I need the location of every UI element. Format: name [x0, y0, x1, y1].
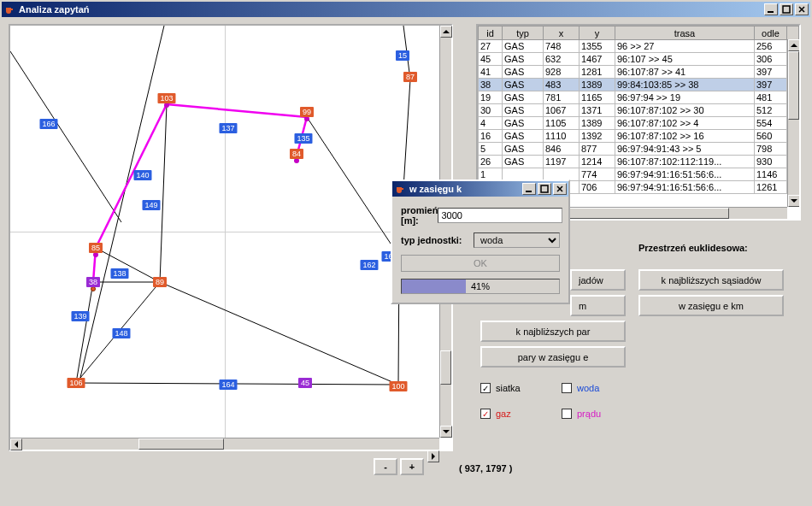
- btn-label: m: [579, 301, 586, 311]
- zoom-in-button[interactable]: +: [400, 458, 424, 475]
- scroll-up-button[interactable]: [440, 26, 452, 38]
- col-trasa[interactable]: trasa: [615, 26, 755, 40]
- main-panel: 1661031379913584149140851388938139148106…: [2, 17, 810, 504]
- window-title: Analiza zapytań: [19, 4, 762, 15]
- table-row[interactable]: 16GAS1110139296:107:87:102 >> 16560: [479, 130, 799, 143]
- table-row[interactable]: 27GAS748135596 >> 27256: [479, 40, 799, 53]
- table-scroll-right[interactable]: [775, 220, 787, 221]
- cell-d: 930: [755, 156, 787, 168]
- node-label-100[interactable]: 100: [389, 381, 407, 391]
- cell-d: 256: [755, 40, 787, 53]
- minimize-button[interactable]: [764, 3, 778, 15]
- svg-line-15: [167, 104, 307, 117]
- dialog-maximize[interactable]: [538, 183, 551, 195]
- svg-line-4: [160, 104, 167, 282]
- cell-d: 560: [755, 130, 787, 143]
- col-typ[interactable]: typ: [503, 26, 544, 40]
- btn-network-range-partial[interactable]: m: [570, 295, 626, 316]
- node-label-84[interactable]: 84: [290, 149, 303, 159]
- node-label-149[interactable]: 149: [142, 200, 160, 210]
- unit-type-select[interactable]: woda: [474, 232, 560, 248]
- cell-x: 1105: [544, 117, 580, 130]
- table-row[interactable]: 41GAS928128196:107:87 >> 41397: [479, 66, 799, 79]
- cell-id: 41: [479, 66, 503, 79]
- node-label-140[interactable]: 140: [133, 170, 151, 180]
- node-label-15[interactable]: 15: [396, 50, 409, 61]
- btn-euclid-range-km[interactable]: w zasięgu e km: [638, 295, 784, 316]
- cell-trasa: 96:97:94:91:43 >> 5: [615, 143, 755, 156]
- hscroll-thumb[interactable]: [138, 438, 224, 450]
- cell-x: 1197: [544, 156, 580, 168]
- canvas-hscroll[interactable]: [10, 438, 439, 450]
- graph-edges: [10, 26, 439, 438]
- btn-k-closest-pairs[interactable]: k najbliższych par: [480, 321, 626, 342]
- zoom-out-button[interactable]: -: [374, 458, 397, 475]
- scroll-left-button[interactable]: [10, 438, 22, 450]
- ok-button[interactable]: OK: [401, 255, 560, 272]
- node-label-139[interactable]: 139: [71, 311, 89, 321]
- table-row[interactable]: 4GAS1105138996:107:87:102 >> 4554: [479, 117, 799, 130]
- maximize-button[interactable]: [780, 3, 793, 15]
- table-row[interactable]: 5GAS84687796:97:94:91:43 >> 5798: [479, 143, 799, 156]
- space-heading: Przestrzeń euklidesowa:: [638, 243, 748, 253]
- table-scroll-down[interactable]: [788, 195, 800, 207]
- cell-id: 27: [479, 40, 503, 53]
- btn-label: k najbliższych par: [516, 327, 591, 337]
- table-scroll-up[interactable]: [788, 39, 800, 51]
- node-label-38[interactable]: 38: [86, 277, 100, 287]
- cell-typ: GAS: [503, 40, 544, 53]
- col-x[interactable]: x: [544, 26, 580, 40]
- scroll-down-button[interactable]: [440, 426, 452, 438]
- node-label-166[interactable]: 166: [39, 119, 57, 129]
- cell-trasa: 96:107 >> 45: [615, 53, 755, 66]
- node-label-89[interactable]: 89: [153, 277, 167, 287]
- check-pradu[interactable]: prądu: [562, 409, 601, 419]
- cell-x: 632: [544, 53, 580, 66]
- cell-y: 1355: [580, 40, 615, 53]
- node-label-135[interactable]: 135: [294, 133, 312, 144]
- btn-euclid-k-neighbors[interactable]: k najbliższych sąsiadów: [638, 269, 784, 291]
- node-label-148[interactable]: 148: [112, 328, 130, 338]
- node-label-162[interactable]: 162: [360, 260, 378, 270]
- node-label-99[interactable]: 99: [300, 107, 314, 117]
- check-woda[interactable]: woda: [562, 383, 599, 393]
- check-siatka[interactable]: ✓ siatka: [480, 383, 521, 393]
- table-vscroll-thumb[interactable]: [788, 51, 799, 120]
- cell-x: 1110: [544, 130, 580, 143]
- col-id[interactable]: id: [479, 26, 503, 40]
- cell-trasa: 96:107:87:102:112:119...: [615, 156, 755, 168]
- table[interactable]: idtypxytrasaodle 27GAS748135596 >> 27256…: [478, 26, 799, 194]
- svg-line-11: [76, 383, 398, 385]
- radius-input[interactable]: [438, 208, 562, 223]
- node-label-164[interactable]: 164: [219, 380, 237, 390]
- node-label-103[interactable]: 103: [157, 93, 175, 103]
- table-row[interactable]: 45GAS632146796:107 >> 45306: [479, 53, 799, 66]
- table-row[interactable]: 30GAS1067137196:107:87:102 >> 30512: [479, 104, 799, 117]
- table-vscroll[interactable]: [787, 39, 799, 207]
- btn-network-k-neighbors-partial[interactable]: jadów: [570, 269, 626, 291]
- table-row[interactable]: 38GAS483138999:84:103:85 >> 38397: [479, 79, 799, 91]
- titlebar[interactable]: Analiza zapytań: [2, 2, 810, 17]
- node-label-45[interactable]: 45: [298, 378, 312, 388]
- graph-viewport[interactable]: 1661031379913584149140851388938139148106…: [10, 26, 439, 438]
- node-label-106[interactable]: 106: [67, 378, 85, 388]
- col-odle[interactable]: odle: [755, 26, 787, 40]
- col-y[interactable]: y: [580, 26, 615, 40]
- scroll-right-button[interactable]: [427, 450, 439, 462]
- btn-pairs-range-e[interactable]: pary w zasięgu e: [480, 346, 626, 368]
- cell-trasa: 96 >> 27: [615, 40, 755, 53]
- node-label-87[interactable]: 87: [403, 72, 417, 82]
- dialog-titlebar[interactable]: w zasięgu k: [392, 181, 568, 197]
- vscroll-thumb[interactable]: [440, 350, 451, 385]
- dialog-minimize[interactable]: [522, 183, 536, 195]
- dialog-close[interactable]: [553, 183, 567, 195]
- table-row[interactable]: 26GAS1197121496:107:87:102:112:119...930: [479, 156, 799, 168]
- cell-y: 774: [580, 168, 615, 181]
- check-gaz[interactable]: ✓ gaz: [480, 409, 511, 419]
- close-button[interactable]: [795, 3, 809, 15]
- node-label-138[interactable]: 138: [110, 268, 128, 279]
- svg-rect-20: [541, 185, 548, 192]
- node-label-137[interactable]: 137: [219, 123, 237, 133]
- table-row[interactable]: 19GAS781116596:97:94 >> 19481: [479, 91, 799, 104]
- node-label-85[interactable]: 85: [89, 243, 103, 253]
